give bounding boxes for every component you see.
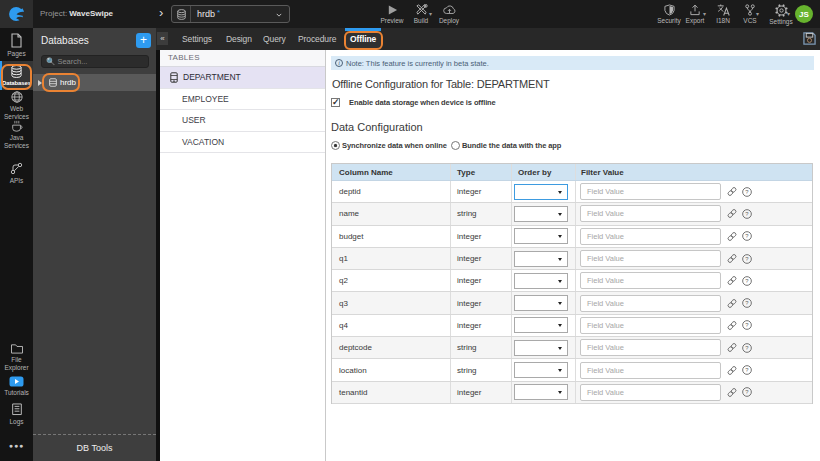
svg-text:?: ?: [745, 367, 749, 373]
svg-text:?: ?: [745, 300, 749, 306]
svg-text:?: ?: [745, 345, 749, 351]
svg-text:?: ?: [745, 322, 749, 328]
svg-text:?: ?: [745, 189, 749, 195]
svg-text:?: ?: [745, 389, 749, 395]
svg-text:?: ?: [745, 256, 749, 262]
svg-text:?: ?: [745, 278, 749, 284]
svg-text:?: ?: [745, 233, 749, 239]
svg-text:?: ?: [745, 211, 749, 217]
